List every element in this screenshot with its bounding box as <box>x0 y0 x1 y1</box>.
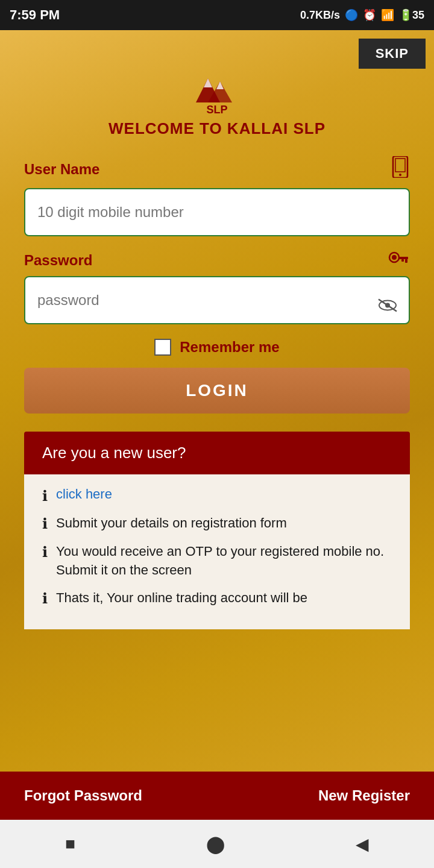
new-user-section: Are you a new user? ℹ click here ℹ Submi… <box>24 432 410 629</box>
svg-rect-11 <box>405 259 407 263</box>
eye-toggle-icon[interactable] <box>377 298 398 317</box>
remember-row: Remember me <box>24 339 410 356</box>
info-text-2: You would receive an OTP to your registe… <box>56 542 392 580</box>
svg-text:SLP: SLP <box>206 104 227 115</box>
svg-rect-6 <box>395 159 405 172</box>
alarm-icon: ⏰ <box>363 8 376 22</box>
svg-point-9 <box>392 255 397 260</box>
info-item-link: ℹ click here <box>42 486 392 505</box>
click-here-link[interactable]: click here <box>56 486 112 502</box>
signal-icon: 📶 <box>381 8 394 22</box>
svg-marker-2 <box>204 78 212 87</box>
username-label: User Name <box>24 161 99 178</box>
new-user-title: Are you a new user? <box>42 444 186 462</box>
login-button[interactable]: LOGIN <box>24 368 410 414</box>
info-item-2: ℹ You would receive an OTP to your regis… <box>42 542 392 580</box>
svg-marker-3 <box>216 81 224 89</box>
username-input[interactable] <box>24 188 410 236</box>
bluetooth-icon: 🔵 <box>345 8 358 22</box>
time-display: 7:59 PM <box>10 7 60 23</box>
new-user-body: ℹ click here ℹ Submit your details on re… <box>24 474 410 629</box>
main-content: SKIP SLP WELCOME TO KALLAI SLP User Name <box>0 30 434 772</box>
slp-logo: SLP <box>187 66 247 115</box>
network-speed: 0.7KB/s <box>300 9 340 22</box>
password-label: Password <box>24 252 92 269</box>
svg-point-7 <box>399 174 401 176</box>
key-icon <box>388 251 410 270</box>
back-button[interactable]: ◀ <box>356 834 369 854</box>
info-icon-2: ℹ <box>42 515 48 532</box>
info-icon-1: ℹ <box>42 488 48 505</box>
info-text-3: Thats it, Your online trading account wi… <box>56 589 307 608</box>
bottom-bar: Forgot Password New Register <box>0 772 434 820</box>
form-area: User Name Password <box>0 144 434 641</box>
info-item-3: ℹ Thats it, Your online trading account … <box>42 589 392 608</box>
home-button[interactable]: ⬤ <box>206 834 225 854</box>
username-header: User Name <box>24 156 410 182</box>
status-icons: 0.7KB/s 🔵 ⏰ 📶 🔋35 <box>300 8 424 22</box>
password-input[interactable] <box>24 276 410 324</box>
password-wrapper <box>24 276 410 339</box>
welcome-title: WELCOME TO KALLAI SLP <box>108 119 326 138</box>
forgot-password-button[interactable]: Forgot Password <box>24 787 142 804</box>
skip-button[interactable]: SKIP <box>359 39 426 69</box>
remember-checkbox[interactable] <box>154 339 171 356</box>
android-nav-bar: ■ ⬤ ◀ <box>0 820 434 868</box>
info-icon-3: ℹ <box>42 544 48 561</box>
info-text-1: Submit your details on registration form <box>56 514 287 533</box>
recent-apps-button[interactable]: ■ <box>65 834 75 854</box>
info-item-1: ℹ Submit your details on registration fo… <box>42 514 392 533</box>
info-icon-4: ℹ <box>42 590 48 607</box>
status-bar: 7:59 PM 0.7KB/s 🔵 ⏰ 📶 🔋35 <box>0 0 434 30</box>
new-user-header: Are you a new user? <box>24 432 410 474</box>
new-register-button[interactable]: New Register <box>318 787 410 804</box>
svg-rect-10 <box>398 257 408 259</box>
phone-icon <box>391 156 410 182</box>
svg-rect-12 <box>401 259 404 262</box>
remember-label: Remember me <box>180 339 279 356</box>
password-header: Password <box>24 251 410 270</box>
battery-icon: 🔋35 <box>399 8 424 22</box>
